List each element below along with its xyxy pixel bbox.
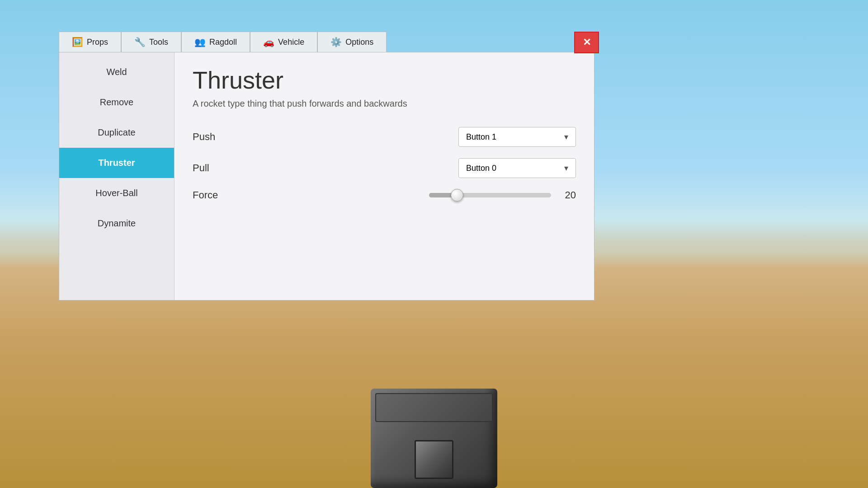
close-button[interactable]: ✕: [574, 32, 599, 53]
push-control-row: Push Button 1 ▾: [193, 127, 576, 147]
tab-vehicle-label: Vehicle: [278, 38, 304, 47]
tab-tools-label: Tools: [149, 38, 168, 47]
force-slider-value: 20: [560, 189, 576, 201]
pull-label: Pull: [193, 162, 283, 174]
tab-tools[interactable]: 🔧 Tools: [121, 32, 181, 52]
push-dropdown[interactable]: Button 1 ▾: [458, 127, 576, 147]
tab-props[interactable]: 🖼️ Props: [59, 32, 121, 52]
push-value: Button 1 ▾: [283, 127, 576, 147]
robot-body: [371, 389, 497, 488]
pull-dropdown-arrow: ▾: [564, 163, 568, 173]
force-label: Force: [193, 189, 283, 201]
sidebar-item-dynamite[interactable]: Dynamite: [59, 208, 174, 239]
detail-panel: Thruster A rocket type thing that push f…: [175, 52, 594, 300]
sidebar-item-thruster[interactable]: Thruster: [59, 148, 174, 178]
pull-dropdown-value: Button 0: [466, 164, 496, 173]
sidebar-item-weld-label: Weld: [106, 67, 127, 77]
push-dropdown-value: Button 1: [466, 132, 496, 142]
sidebar-item-thruster-label: Thruster: [98, 158, 135, 168]
tab-bar: 🖼️ Props 🔧 Tools 👥 Ragdoll 🚗 Vehicle ⚙️ …: [59, 32, 594, 52]
ui-container: 🖼️ Props 🔧 Tools 👥 Ragdoll 🚗 Vehicle ⚙️ …: [59, 32, 594, 300]
sidebar-item-duplicate-label: Duplicate: [98, 127, 135, 138]
main-content: Weld Remove Duplicate Thruster Hover-Bal…: [59, 52, 594, 300]
weapon-decoration: [321, 352, 547, 488]
sidebar-item-dynamite-label: Dynamite: [98, 218, 136, 229]
sidebar-item-duplicate[interactable]: Duplicate: [59, 117, 174, 148]
force-slider-track[interactable]: [429, 193, 551, 197]
pull-dropdown[interactable]: Button 0 ▾: [458, 158, 576, 178]
force-slider-thumb[interactable]: [451, 189, 463, 202]
tab-ragdoll[interactable]: 👥 Ragdoll: [181, 32, 250, 52]
push-label: Push: [193, 131, 283, 143]
force-slider-container: 20: [283, 189, 576, 201]
sidebar: Weld Remove Duplicate Thruster Hover-Bal…: [59, 52, 175, 300]
pull-control-row: Pull Button 0 ▾: [193, 158, 576, 178]
tools-icon: 🔧: [134, 37, 146, 47]
tool-description: A rocket type thing that push forwards a…: [193, 99, 576, 109]
options-icon: ⚙️: [330, 37, 342, 47]
tab-ragdoll-label: Ragdoll: [209, 38, 237, 47]
sidebar-item-hoverball[interactable]: Hover-Ball: [59, 178, 174, 208]
sidebar-item-remove[interactable]: Remove: [59, 87, 174, 117]
tab-props-label: Props: [87, 38, 108, 47]
tab-vehicle[interactable]: 🚗 Vehicle: [250, 32, 317, 52]
ragdoll-icon: 👥: [194, 37, 206, 47]
force-control-row: Force 20: [193, 189, 576, 201]
push-dropdown-arrow: ▾: [564, 132, 568, 142]
sidebar-item-hoverball-label: Hover-Ball: [95, 188, 137, 198]
sidebar-item-weld[interactable]: Weld: [59, 57, 174, 87]
close-icon: ✕: [583, 37, 591, 48]
tab-options-label: Options: [345, 38, 373, 47]
vehicle-icon: 🚗: [263, 37, 274, 47]
pull-value: Button 0 ▾: [283, 158, 576, 178]
props-icon: 🖼️: [72, 37, 83, 47]
tool-title: Thruster: [193, 66, 576, 94]
tab-options[interactable]: ⚙️ Options: [317, 32, 387, 52]
sidebar-item-remove-label: Remove: [100, 97, 133, 108]
